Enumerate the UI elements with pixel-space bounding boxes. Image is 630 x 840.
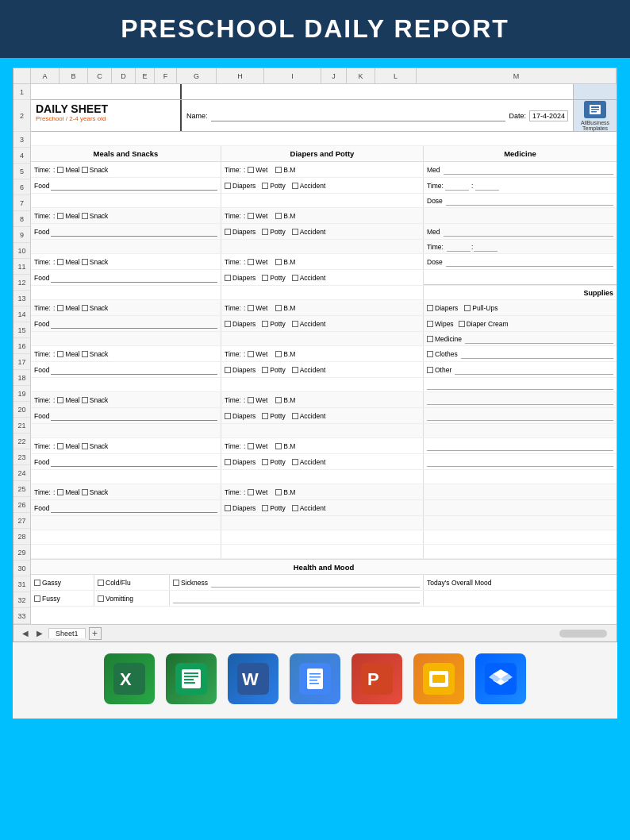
supplies-wipes: Wipes [435, 320, 454, 328]
snack-cb-4[interactable] [82, 305, 88, 311]
potty-cb-4[interactable] [262, 321, 268, 327]
coldflu-cb[interactable] [98, 580, 104, 586]
accident-cb-3[interactable] [292, 275, 298, 281]
accident-cb-8[interactable] [292, 505, 298, 511]
nav-left-btn[interactable]: ◀ [20, 629, 31, 638]
fussy-label: Fussy [42, 595, 60, 603]
diapers-cb-8[interactable] [225, 505, 231, 511]
meal-cb-7[interactable] [57, 443, 63, 449]
accident-cb-1[interactable] [292, 183, 298, 189]
supplies-medicine-cb[interactable] [427, 336, 433, 342]
bm-cb-1[interactable] [275, 167, 282, 173]
sickness-cb[interactable] [173, 580, 179, 586]
bm-cb-7[interactable] [275, 443, 282, 449]
meal-cb-6[interactable] [57, 397, 63, 403]
snack-cb-5[interactable] [82, 351, 88, 357]
meal-cb-4[interactable] [57, 305, 63, 311]
snack-cb-6[interactable] [82, 397, 88, 403]
row-2-3: DAILY SHEET Preschool / 2-4 years old Na… [31, 100, 617, 132]
accident-cb-6[interactable] [292, 413, 298, 419]
google-sheets-icon[interactable] [166, 653, 217, 704]
potty-cb-6[interactable] [262, 413, 268, 419]
diapers-cb-4[interactable] [225, 321, 231, 327]
potty-cb-2[interactable] [262, 229, 268, 235]
wet-cb-5[interactable] [248, 351, 254, 357]
header-title: PRESCHOOL DAILY REPORT [121, 14, 509, 43]
dropbox-icon[interactable] [475, 653, 526, 704]
supplies-diapers-cb[interactable] [427, 305, 433, 311]
name-input[interactable] [211, 110, 506, 121]
google-docs-icon[interactable] [290, 653, 340, 704]
bm-cb-6[interactable] [275, 397, 282, 403]
wet-cb-3[interactable] [248, 259, 254, 265]
supplies-other-cb[interactable] [427, 367, 433, 373]
wet-cb-2[interactable] [248, 213, 254, 219]
nav-right-btn[interactable]: ▶ [34, 629, 45, 638]
wet-cb-8[interactable] [248, 489, 254, 495]
accident-cb-7[interactable] [292, 459, 298, 465]
snack-cb-8[interactable] [82, 489, 88, 495]
diapers-cb-5[interactable] [225, 367, 231, 373]
accident-cb-4[interactable] [292, 321, 298, 327]
svg-rect-16 [309, 673, 321, 675]
diapers-cb-2[interactable] [225, 229, 231, 235]
supplies-other: Other [435, 366, 451, 374]
diapers-cb-7[interactable] [225, 459, 231, 465]
bm-cb-4[interactable] [275, 305, 282, 311]
snack-cb-7[interactable] [82, 443, 88, 449]
gassy-cb[interactable] [34, 580, 40, 586]
supplies-label: Supplies [583, 289, 613, 297]
potty-cb-1[interactable] [262, 183, 268, 189]
powerpoint-icon[interactable]: P [351, 653, 402, 704]
wet-cb-7[interactable] [248, 443, 254, 449]
potty-cb-3[interactable] [262, 275, 268, 281]
scroll-bar[interactable] [559, 630, 607, 638]
group8-time-row: Time: : Meal Snack Time: : Wet B.M [31, 484, 617, 500]
supplies-clothes-cb[interactable] [427, 351, 433, 357]
diapers-cb-3[interactable] [225, 275, 231, 281]
diapers-cb-1[interactable] [225, 183, 231, 189]
bm-cb-8[interactable] [275, 489, 282, 495]
vomitting-cb[interactable] [98, 595, 104, 602]
potty-cb-5[interactable] [262, 367, 268, 373]
group2-food-row: Food Diapers Potty Accident Med [31, 224, 617, 240]
svg-rect-8 [184, 672, 198, 674]
svg-text:P: P [367, 669, 379, 689]
bm-cb-5[interactable] [275, 351, 282, 357]
potty-cb-7[interactable] [262, 459, 268, 465]
svg-rect-19 [309, 683, 319, 684]
supplies-pullups-cb[interactable] [464, 305, 471, 311]
meal-cb-8[interactable] [57, 489, 63, 495]
wet-cb-6[interactable] [248, 397, 254, 403]
snack-cb-3[interactable] [82, 259, 88, 265]
meal-cb-2[interactable] [57, 213, 63, 219]
meal-cb-5[interactable] [57, 351, 63, 357]
sheet-tab[interactable]: Sheet1 [48, 628, 86, 638]
word-icon[interactable]: W [228, 653, 279, 704]
col-c: C [88, 68, 112, 83]
logo-box: AllBusiness Templates [573, 100, 617, 131]
google-slides-icon[interactable] [413, 653, 464, 704]
group2-time-row: Time: : Meal Snack Time: : Wet B.M [31, 208, 617, 224]
group5-empty-row [31, 378, 617, 392]
wet-cb-1[interactable] [248, 167, 254, 173]
accident-cb-2[interactable] [292, 229, 298, 235]
meal-cb-3[interactable] [57, 259, 63, 265]
fussy-cb[interactable] [34, 595, 40, 602]
excel-icon[interactable]: X [104, 653, 155, 704]
snack-cb-2[interactable] [82, 213, 88, 219]
meal-cb-1[interactable] [57, 167, 63, 173]
accident-cb-5[interactable] [292, 367, 298, 373]
supplies-diapercream-cb[interactable] [459, 321, 465, 327]
col-h: H [217, 68, 264, 83]
svg-text:W: W [242, 669, 259, 689]
bm-cb-3[interactable] [275, 259, 282, 265]
diapers-cb-6[interactable] [225, 413, 231, 419]
health-row-2: Fussy Vomitting [31, 591, 617, 607]
wet-cb-4[interactable] [248, 305, 254, 311]
snack-cb-1[interactable] [82, 167, 88, 173]
add-sheet-btn[interactable]: + [89, 627, 102, 640]
bm-cb-2[interactable] [275, 213, 282, 219]
potty-cb-8[interactable] [262, 505, 268, 511]
supplies-wipes-cb[interactable] [427, 321, 433, 327]
